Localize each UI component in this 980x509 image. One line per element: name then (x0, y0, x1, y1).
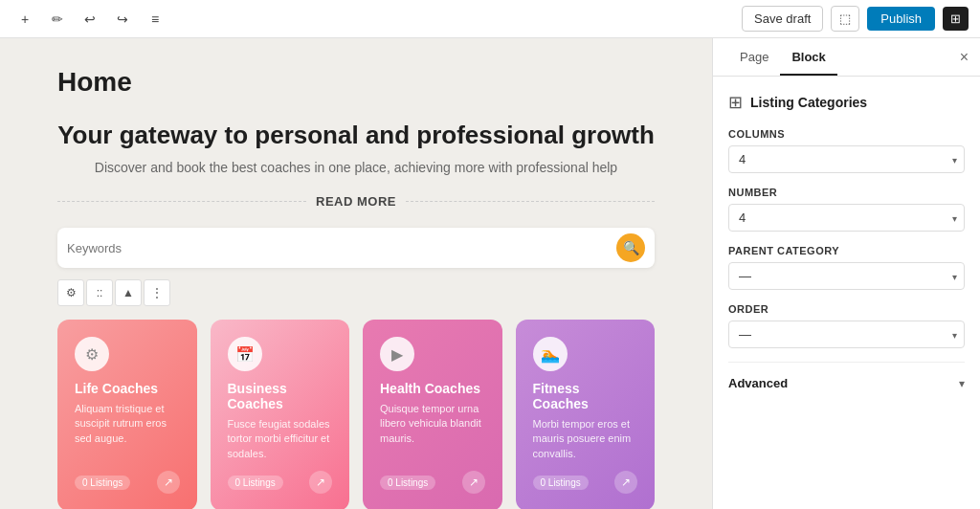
card-listings-2: 0 Listings (228, 476, 283, 490)
publish-button[interactable]: Publish (867, 7, 935, 31)
block-up-icon: ▲ (122, 286, 134, 299)
list-view-button[interactable]: ≡ (142, 6, 168, 33)
card-listings-4: 0 Listings (533, 476, 589, 490)
advanced-chevron-icon: ▾ (959, 377, 965, 390)
card-footer-3: 0 Listings ↗ (380, 471, 485, 494)
page-title: Home (57, 67, 655, 98)
card-desc-1: Aliquam tristique et suscipit rutrum ero… (75, 402, 180, 461)
panel-close-button[interactable]: × (960, 49, 969, 66)
order-select-wrap: — Ascending Descending ▾ (728, 321, 965, 348)
life-coaches-icon: ⚙ (85, 345, 99, 364)
card-footer-2: 0 Listings ↗ (228, 471, 333, 494)
card-icon-wrap-1: ⚙ (75, 337, 109, 371)
cards-grid: ⚙ Life Coaches Aliquam tristique et susc… (57, 320, 655, 509)
hero-heading: Your gateway to personal and professiona… (57, 121, 655, 150)
block-move-button[interactable]: :: (86, 279, 113, 306)
card-icon-wrap-2: 📅 (228, 337, 262, 371)
block-settings-button[interactable]: ⚙ (57, 279, 84, 306)
card-title-4: Fitness Coaches (533, 381, 638, 411)
card-desc-2: Fusce feugiat sodales tortor morbi effic… (228, 417, 333, 461)
advanced-section[interactable]: Advanced ▾ (728, 372, 965, 394)
card-title-1: Life Coaches (75, 381, 180, 396)
add-block-button[interactable]: + (11, 6, 38, 33)
add-icon: + (21, 11, 29, 27)
settings-icon: ⊞ (950, 11, 961, 26)
card-arrow-2: ↗ (309, 471, 332, 494)
card-listings-3: 0 Listings (380, 476, 435, 490)
read-more-button[interactable]: READ MORE (316, 194, 396, 209)
hero-subtext: Discover and book the best coaches in on… (57, 160, 655, 175)
block-toolbar: ⚙ :: ▲ ⋮ (57, 279, 655, 306)
card-listings-1: 0 Listings (75, 476, 130, 490)
order-select[interactable]: — Ascending Descending (728, 321, 965, 348)
panel-block-name: Listing Categories (750, 95, 867, 110)
card-fitness-coaches[interactable]: 🏊 Fitness Coaches Morbi tempor eros et m… (516, 320, 656, 509)
search-button[interactable]: 🔍 (616, 233, 645, 262)
panel-body: ⊞ Listing Categories COLUMNS 4 1 2 3 5 6… (713, 77, 980, 409)
right-panel: Page Block × ⊞ Listing Categories COLUMN… (712, 38, 980, 509)
parent-category-label: PARENT CATEGORY (728, 245, 965, 256)
number-select[interactable]: 4 1 2 3 5 6 (728, 204, 965, 232)
tab-page[interactable]: Page (728, 38, 780, 76)
search-icon: 🔍 (623, 240, 639, 255)
pencil-icon: ✏ (52, 11, 63, 27)
card-footer-1: 0 Listings ↗ (75, 471, 180, 494)
card-arrow-3: ↗ (462, 471, 485, 494)
block-gear-icon: ⚙ (66, 286, 77, 299)
block-more-icon: ⋮ (151, 286, 163, 299)
redo-icon: ↪ (117, 11, 128, 27)
panel-tabs: Page Block × (713, 38, 980, 77)
card-footer-4: 0 Listings ↗ (533, 471, 638, 494)
list-icon: ≡ (151, 11, 159, 27)
panel-block-header: ⊞ Listing Categories (728, 92, 965, 113)
preview-icon: ⬚ (839, 11, 851, 26)
redo-button[interactable]: ↪ (109, 6, 136, 33)
toolbar-right: Save draft ⬚ Publish ⊞ (742, 6, 969, 32)
read-more-row: READ MORE (57, 194, 655, 209)
main-area: Home Your gateway to personal and profes… (0, 38, 980, 509)
toolbar-left: + ✏ ↩ ↪ ≡ (11, 6, 734, 33)
number-label: NUMBER (728, 187, 965, 198)
columns-label: COLUMNS (728, 128, 965, 140)
card-title-3: Health Coaches (380, 381, 485, 396)
block-up-button[interactable]: ▲ (115, 279, 142, 306)
card-life-coaches[interactable]: ⚙ Life Coaches Aliquam tristique et susc… (57, 320, 197, 509)
order-label: ORDER (728, 303, 965, 315)
block-more-button[interactable]: ⋮ (144, 279, 170, 306)
health-coaches-icon: ▶ (391, 345, 403, 364)
preview-button[interactable]: ⬚ (831, 6, 859, 32)
parent-category-select-wrap: — ▾ (728, 262, 965, 290)
number-select-wrap: 4 1 2 3 5 6 ▾ (728, 204, 965, 232)
block-drag-icon: :: (97, 286, 103, 299)
card-icon-wrap-3: ▶ (380, 337, 414, 371)
card-business-coaches[interactable]: 📅 Business Coaches Fusce feugiat sodales… (211, 320, 350, 509)
editor-area: Home Your gateway to personal and profes… (0, 38, 712, 509)
dashed-line-right (406, 201, 655, 202)
panel-divider (728, 362, 965, 363)
card-desc-4: Morbi tempor eros et mauris posuere enim… (533, 417, 638, 461)
toolbar: + ✏ ↩ ↪ ≡ Save draft ⬚ Publish ⊞ (0, 0, 980, 38)
tab-block[interactable]: Block (780, 38, 836, 76)
card-icon-wrap-4: 🏊 (533, 337, 568, 371)
dashed-line-left (57, 201, 306, 202)
card-arrow-4: ↗ (614, 471, 637, 494)
settings-button[interactable]: ⊞ (943, 7, 969, 31)
parent-category-select[interactable]: — (728, 262, 965, 290)
search-bar: 🔍 (57, 228, 655, 268)
save-draft-button[interactable]: Save draft (742, 6, 823, 32)
undo-icon: ↩ (84, 11, 96, 27)
card-arrow-1: ↗ (157, 471, 180, 494)
fitness-coaches-icon: 🏊 (541, 345, 560, 364)
card-health-coaches[interactable]: ▶ Health Coaches Quisque tempor urna lib… (363, 320, 502, 509)
undo-button[interactable]: ↩ (77, 6, 103, 33)
advanced-label: Advanced (728, 376, 788, 390)
columns-select[interactable]: 4 1 2 3 5 6 (728, 145, 965, 173)
card-title-2: Business Coaches (228, 381, 333, 411)
hero-section: Your gateway to personal and professiona… (57, 121, 655, 175)
listing-categories-icon: ⊞ (728, 92, 743, 113)
columns-select-wrap: 4 1 2 3 5 6 ▾ (728, 145, 965, 173)
business-coaches-icon: 📅 (235, 345, 255, 364)
search-input[interactable] (67, 241, 616, 255)
card-desc-3: Quisque tempor urna libero vehicula blan… (380, 402, 485, 461)
edit-button[interactable]: ✏ (44, 6, 71, 33)
